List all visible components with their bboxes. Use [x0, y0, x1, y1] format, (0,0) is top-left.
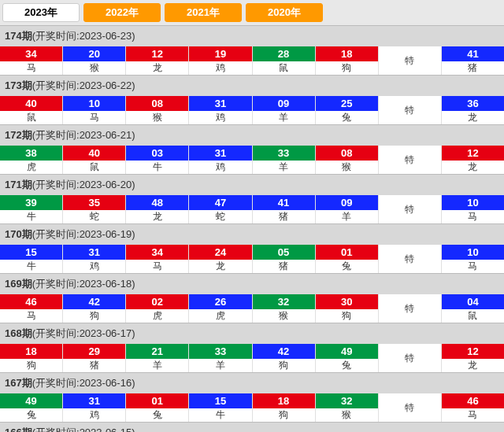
cell: 32猴	[253, 294, 316, 323]
zodiac-label: 猴	[63, 61, 125, 75]
zodiac-label: 马	[442, 408, 504, 422]
zodiac-label: 龙	[442, 161, 504, 174]
year-tab-3[interactable]: 2020年	[246, 3, 323, 22]
cell: 09羊	[316, 195, 379, 223]
cell: 46马	[442, 393, 504, 422]
year-tab-2[interactable]: 2021年	[165, 3, 242, 22]
zodiac-label: 猪	[63, 359, 125, 372]
cell: 49兔	[316, 344, 379, 372]
cell: 32猴	[316, 393, 379, 422]
zodiac-label: 鸡	[189, 111, 251, 124]
zodiac-label: 鼠	[63, 161, 125, 174]
cell: 42狗	[253, 344, 316, 372]
cell: 09羊	[253, 96, 316, 124]
zodiac-label: 特	[379, 393, 441, 422]
draw-row-7: 49兔31鸡01兔15牛18狗32猴特46马	[0, 393, 504, 422]
zodiac-label: 牛	[189, 408, 251, 422]
zodiac-label: 兔	[316, 359, 378, 372]
year-tab-1[interactable]: 2022年	[83, 3, 161, 22]
number-badge: 15	[0, 245, 62, 260]
number-badge: 42	[253, 344, 315, 359]
cell: 19鸡	[189, 46, 252, 75]
number-badge: 10	[442, 245, 504, 260]
cell: 31鸡	[63, 245, 126, 273]
number-badge: 48	[126, 195, 188, 210]
cell: 33羊	[253, 146, 316, 174]
cell: 08猴	[126, 96, 189, 124]
cell: 25兔	[316, 96, 379, 124]
zodiac-label: 牛	[0, 210, 62, 223]
cell: 特	[379, 146, 442, 174]
cell: 42狗	[63, 294, 126, 323]
zodiac-label: 虎	[0, 161, 62, 174]
cell: 31鸡	[189, 96, 252, 124]
zodiac-label: 马	[63, 111, 125, 124]
draw-header-0: 174期(开奖时间:2023-06-23)	[0, 25, 504, 46]
cell: 35蛇	[63, 195, 126, 223]
zodiac-label: 虎	[189, 309, 251, 323]
number-badge: 20	[63, 46, 125, 61]
cell: 28鼠	[253, 46, 316, 75]
zodiac-label: 兔	[316, 111, 378, 124]
zodiac-label: 马	[442, 210, 504, 223]
zodiac-label: 特	[379, 96, 441, 124]
zodiac-label: 猪	[442, 61, 504, 75]
zodiac-label: 特	[379, 294, 441, 323]
cell: 36龙	[442, 96, 504, 124]
number-badge: 41	[442, 46, 504, 61]
zodiac-label: 猴	[126, 111, 188, 124]
cell: 特	[379, 96, 442, 124]
number-badge: 26	[189, 294, 251, 309]
number-badge: 30	[316, 294, 378, 309]
number-badge: 01	[126, 393, 188, 408]
number-badge: 08	[316, 146, 378, 161]
cell: 49兔	[0, 393, 63, 422]
cell: 05猪	[253, 245, 316, 273]
draw-row-3: 39牛35蛇48龙47蛇41猪09羊特10马	[0, 195, 504, 223]
cell: 20猴	[63, 46, 126, 75]
cell: 40鼠	[63, 146, 126, 174]
number-badge: 49	[316, 344, 378, 359]
cell: 29猪	[63, 344, 126, 372]
draw-row-6: 18狗29猪21羊33羊42狗49兔特12龙	[0, 344, 504, 372]
cell: 10马	[442, 195, 504, 223]
number-badge: 35	[63, 195, 125, 210]
number-badge: 08	[126, 96, 188, 111]
cell: 40鼠	[0, 96, 63, 124]
cell: 15牛	[0, 245, 63, 273]
zodiac-label: 兔	[0, 408, 62, 422]
cell: 特	[379, 344, 442, 372]
cell: 31鸡	[63, 393, 126, 422]
zodiac-label: 马	[126, 260, 188, 273]
number-badge: 41	[253, 195, 315, 210]
cell: 39牛	[0, 195, 63, 223]
cell: 特	[379, 294, 442, 323]
cell: 04鼠	[442, 294, 504, 323]
draw-header-2: 172期(开奖时间:2023-06-21)	[0, 124, 504, 146]
number-badge: 04	[442, 294, 504, 309]
number-badge: 10	[442, 195, 504, 210]
draw-header-4: 170期(开奖时间:2023-06-19)	[0, 223, 504, 245]
year-tab-0[interactable]: 2023年	[2, 3, 80, 22]
number-badge: 34	[0, 46, 62, 61]
zodiac-label: 马	[0, 61, 62, 75]
number-badge: 19	[189, 46, 251, 61]
cell: 33羊	[189, 344, 252, 372]
cell: 特	[379, 46, 442, 75]
draw-header-7: 167期(开奖时间:2023-06-16)	[0, 372, 504, 393]
cell: 01兔	[126, 393, 189, 422]
cell: 38虎	[0, 146, 63, 174]
number-badge: 09	[316, 195, 378, 210]
cell: 12龙	[126, 46, 189, 75]
cell: 18狗	[0, 344, 63, 372]
zodiac-label: 特	[379, 46, 441, 75]
zodiac-label: 羊	[126, 359, 188, 372]
zodiac-label: 猪	[253, 260, 315, 273]
zodiac-label: 狗	[253, 408, 315, 422]
number-badge: 09	[253, 96, 315, 111]
zodiac-label: 羊	[253, 111, 315, 124]
draw-row-4: 15牛31鸡34马24龙05猪01兔特10马	[0, 245, 504, 273]
cell: 15牛	[189, 393, 252, 422]
zodiac-label: 蛇	[189, 210, 251, 223]
number-badge: 46	[0, 294, 62, 309]
